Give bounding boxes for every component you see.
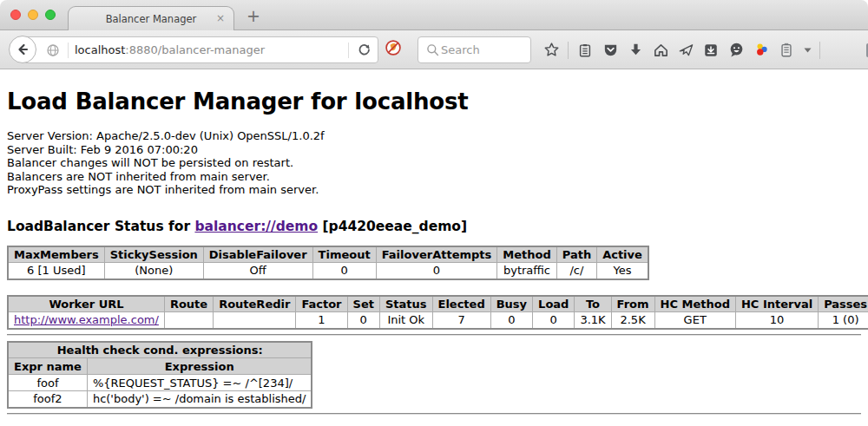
pocket-icon[interactable] (602, 42, 619, 59)
cell-timeout: 0 (312, 263, 376, 279)
cell-elected: 7 (432, 312, 490, 329)
colorful-extension-icon[interactable] (753, 42, 770, 59)
balancer-status-heading: LoadBalancer Status for balancer://demo … (7, 219, 861, 234)
col-hc-method: HC Method (654, 296, 735, 312)
col-hc-interval: HC Interval (735, 296, 818, 312)
tab-balancer-manager[interactable]: Balancer Manager × (68, 6, 234, 30)
table-row: 6 [1 Used] (None) Off 0 0 bytraffic /c/ … (8, 263, 648, 279)
cell-expr-name: foof2 (8, 391, 87, 408)
url-path: :8880/balancer-manager (125, 43, 265, 56)
cell-expr-name: foof (8, 375, 87, 391)
cell-active: Yes (597, 263, 648, 279)
bookmark-star-icon[interactable] (542, 42, 560, 59)
section-divider (7, 334, 861, 336)
inherit-note-line: Balancers are NOT inherited from main se… (7, 170, 861, 184)
table-header-row: MaxMembers StickySession DisableFailover… (8, 246, 648, 263)
col-timeout: Timeout (312, 246, 376, 263)
cell-load: 0 (533, 312, 575, 329)
cell-route (164, 312, 213, 329)
cell-failoverattempts: 0 (376, 263, 497, 279)
col-route: Route (164, 296, 213, 312)
battery-extension-icon[interactable] (778, 42, 795, 59)
url-text[interactable]: localhost:8880/balancer-manager (75, 43, 342, 56)
downloads-icon[interactable] (627, 42, 644, 59)
chat-smiley-icon[interactable] (727, 42, 745, 59)
col-status: Status (379, 296, 432, 312)
col-stickysession: StickySession (104, 246, 203, 263)
status-heading-suffix: [p4420eeae_demo] (318, 219, 467, 234)
col-maxmembers: MaxMembers (8, 246, 104, 263)
cell-factor: 1 (296, 312, 347, 329)
cell-path: /c/ (556, 263, 596, 279)
col-passes: Passes (819, 296, 868, 312)
titlebar: Balancer Manager × + (0, 0, 868, 30)
col-disablefailover: DisableFailover (203, 246, 312, 263)
extension-download-icon[interactable] (702, 42, 720, 59)
col-routeredir: RouteRedir (214, 296, 296, 312)
table-header-row: Expr name Expression (8, 358, 312, 375)
col-set: Set (347, 296, 379, 312)
server-version-line: Server Version: Apache/2.5.0-dev (Unix) … (7, 129, 861, 143)
overflow-caret-icon[interactable] (803, 42, 812, 59)
col-worker-url: Worker URL (8, 296, 164, 312)
cell-set: 0 (347, 312, 379, 329)
url-bar[interactable]: localhost:8880/balancer-manager (23, 36, 378, 63)
balancer-demo-link[interactable]: balancer://demo (194, 219, 318, 234)
col-path: Path (556, 246, 596, 263)
worker-url-link[interactable]: http://www.example.com/ (14, 313, 159, 326)
fullscreen-window-button[interactable] (45, 10, 56, 20)
close-window-button[interactable] (10, 10, 21, 20)
col-busy: Busy (490, 296, 532, 312)
page-title: Load Balancer Manager for localhost (7, 88, 861, 115)
worker-row: http://www.example.com/ 1 0 Init Ok 7 0 … (8, 312, 868, 329)
col-factor: Factor (296, 296, 347, 312)
cell-to: 3.1K (575, 312, 611, 329)
balancer-settings-table: MaxMembers StickySession DisableFailover… (7, 246, 649, 280)
proxypass-note-line: ProxyPass settings are NOT inherited fro… (7, 183, 861, 197)
cell-hc-method: GET (654, 312, 735, 329)
cell-disablefailover: Off (203, 263, 312, 279)
server-built-line: Server Built: Feb 9 2016 07:00:20 (7, 143, 861, 157)
home-icon[interactable] (652, 42, 669, 59)
table-header-row: Worker URL Route RouteRedir Factor Set S… (8, 296, 868, 312)
table-title-row: Health check cond. expressions: (8, 342, 312, 358)
cell-worker-url: http://www.example.com/ (8, 312, 164, 329)
new-tab-button[interactable]: + (247, 7, 260, 24)
cell-hc-interval: 10 (735, 312, 818, 329)
page-content: Load Balancer Manager for localhost Serv… (0, 69, 868, 426)
persist-note-line: Balancer changes will NOT be persisted o… (7, 156, 861, 170)
search-bar[interactable] (418, 36, 531, 63)
screenshot-extension-icon[interactable] (865, 42, 868, 59)
col-elected: Elected (432, 296, 490, 312)
url-host: localhost (75, 43, 125, 56)
cell-method: bytraffic (497, 263, 556, 279)
browser-window: Balancer Manager × + localhost:8880/bala… (0, 0, 868, 426)
col-failoverattempts: FailoverAttempts (376, 246, 497, 263)
bottom-divider (7, 413, 861, 415)
reload-button[interactable] (355, 42, 372, 59)
col-expr-name: Expr name (8, 358, 87, 375)
toolbar-divider2 (819, 42, 820, 59)
globe-icon (44, 42, 62, 59)
toolbar-divider (568, 42, 569, 59)
urlbar-divider (68, 43, 69, 58)
cell-expression: hc('body') =~ /domain is established/ (87, 391, 312, 408)
back-button[interactable] (9, 36, 36, 63)
urlbar-divider2 (348, 43, 349, 58)
minimize-window-button[interactable] (28, 10, 38, 20)
reading-list-icon[interactable] (576, 42, 594, 59)
cell-passes: 1 (0) (819, 312, 868, 329)
navigation-toolbar: localhost:8880/balancer-manager (0, 30, 868, 69)
table-row: foof %{REQUEST_STATUS} =~ /^[234]/ (8, 375, 312, 391)
content-blocker-icon[interactable] (385, 39, 402, 56)
search-input[interactable] (441, 43, 525, 56)
send-tab-icon[interactable] (677, 42, 694, 59)
toolbar-icons (542, 36, 868, 63)
tab-close-icon[interactable]: × (216, 12, 225, 24)
col-method: Method (497, 246, 556, 263)
col-to: To (575, 296, 611, 312)
server-info: Server Version: Apache/2.5.0-dev (Unix) … (7, 129, 861, 197)
cell-from: 2.5K (611, 312, 654, 329)
menu-icon[interactable] (832, 42, 848, 59)
col-active: Active (597, 246, 648, 263)
